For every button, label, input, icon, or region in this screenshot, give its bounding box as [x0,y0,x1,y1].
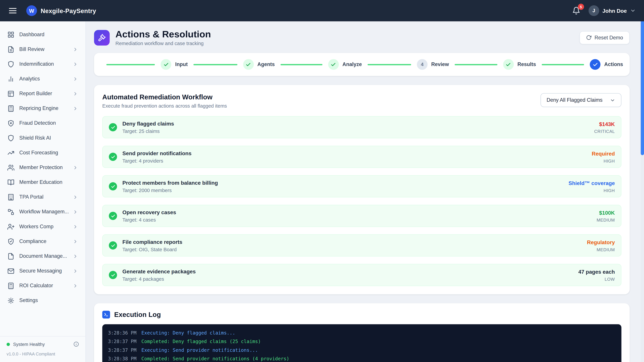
bill-review-icon [8,46,14,53]
step[interactable]: Results [503,59,536,70]
notifications-button[interactable]: 5 [572,6,580,15]
scrollbar-thumb[interactable] [641,17,644,155]
step[interactable]: Actions [590,59,623,70]
report-icon [8,90,14,97]
mail-icon [8,268,14,275]
action-severity: MEDIUM [587,247,615,252]
step-group: 4 Review [362,59,449,70]
gavel-icon [94,30,110,45]
action-select-dropdown[interactable]: Deny All Flagged Claims [540,93,621,107]
fraud-shield-icon [8,120,14,127]
step-connector [280,64,322,65]
sidebar-item-label: Compliance [19,239,72,244]
chevron-right-icon [72,165,78,170]
step[interactable]: 4 Review [417,59,449,70]
gear-icon [8,297,14,304]
step-status-circle [243,59,254,70]
sidebar-item[interactable]: TPA Portal [3,190,82,204]
action-severity: HIGH [592,158,615,163]
action-text: Deny flagged claims Target: 25 claims [122,121,174,134]
sidebar-item[interactable]: Settings [3,293,82,308]
sidebar-item-label: Bill Review [19,46,72,52]
action-row: Generate evidence packages Target: 4 pac… [102,264,622,286]
sidebar-item[interactable]: Cost Forecasting [3,145,82,160]
sidebar-item-label: Member Protection [19,165,72,170]
action-value: 47 pages each [578,269,615,275]
step[interactable]: Input [161,59,188,70]
sidebar-item[interactable]: Member Protection [3,160,82,175]
chevron-right-icon [72,194,78,200]
chevron-right-icon [72,283,78,289]
log-timestamp: 3:28:37 PM [108,338,136,346]
health-status-dot [6,343,10,346]
sidebar-item[interactable]: Workflow Managem... [3,204,82,219]
action-row: File compliance reports Target: OIG, Sta… [102,234,622,257]
sidebar-item[interactable]: Analytics [3,71,82,86]
chevron-right-icon [72,61,78,67]
step[interactable]: Agents [243,59,275,70]
step-label: Results [518,62,536,67]
main-content: Actions & Resolution Remediation workflo… [86,21,641,362]
sidebar-item[interactable]: Dashboard [3,27,82,42]
execution-log-title: Execution Log [114,311,161,319]
refresh-icon [586,35,591,40]
page-header: Actions & Resolution Remediation workflo… [94,29,630,46]
sidebar-item[interactable]: Secure Messaging [3,264,82,278]
action-value: Required [592,151,615,157]
sidebar-item-label: Document Manage... [19,253,72,259]
sidebar-item[interactable]: Shield Risk AI [3,131,82,145]
log-entry: 3:28:37 PM Executing: Send provider noti… [108,346,616,355]
execution-log-header: Execution Log [102,311,622,319]
step-connector [193,64,237,65]
workflow-subtitle: Execute fraud prevention actions across … [102,103,227,109]
user-menu[interactable]: J John Doe [588,5,636,16]
sidebar-item-label: Workers Comp [19,224,72,229]
step-connector [368,64,411,65]
action-severity: LOW [578,277,615,281]
app-logo: W [26,5,37,16]
sidebar-item[interactable]: Workers Comp [3,219,82,234]
user-name: John Doe [602,7,627,14]
shield-icon [8,134,14,141]
check-circle-icon [109,123,117,132]
action-row: Open recovery cases Target: 4 cases $100… [102,205,622,227]
sidebar-item-label: Fraud Detection [19,120,72,126]
action-text: Protect members from balance billing Tar… [122,180,218,193]
sidebar-item[interactable]: Report Builder [3,86,82,101]
step[interactable]: Analyze [328,59,362,70]
sidebar-item[interactable]: Member Education [3,175,82,190]
chevron-right-icon [72,253,78,259]
system-health: System Healthy [6,342,79,347]
topbar-actions: 5 J John Doe [572,5,636,16]
reset-demo-button[interactable]: Reset Demo [579,31,630,44]
sidebar-item-label: Repricing Engine [19,105,72,111]
action-meta: $100K MEDIUM [596,210,615,222]
scrollbar-track[interactable] [641,21,644,362]
sidebar-item[interactable]: Repricing Engine [3,101,82,116]
sidebar-item[interactable]: Compliance [3,234,82,249]
sidebar-item[interactable]: Document Manage... [3,249,82,264]
sidebar-item[interactable]: Fraud Detection [3,116,82,131]
action-severity: CRITICAL [594,129,615,134]
sidebar-item[interactable]: Indemnification [3,57,82,71]
notification-badge: 5 [578,4,584,10]
sidebar-item-label: Cost Forecasting [19,150,72,156]
sidebar-item[interactable]: ROI Calculator [3,278,82,293]
step-connector [455,64,497,65]
step-connector [542,64,584,65]
info-icon[interactable] [74,342,79,347]
action-list: Deny flagged claims Target: 25 claims $1… [102,116,622,286]
action-row: Send provider notifications Target: 4 pr… [102,146,622,168]
remediation-workflow-card: Automated Remediation Workflow Execute f… [94,85,630,295]
chevron-right-icon [72,91,78,96]
file-icon [8,253,14,260]
terminal-icon [102,311,110,319]
step-group: Agents [188,59,275,70]
menu-toggle-button[interactable] [8,6,17,15]
calculator-icon [8,282,14,289]
step-label: Actions [604,62,623,67]
action-title: File compliance reports [122,239,182,245]
sidebar-item[interactable]: Bill Review [3,42,82,57]
log-message: Executing: Send provider notifications..… [142,346,258,355]
step-number: 4 [421,62,424,67]
